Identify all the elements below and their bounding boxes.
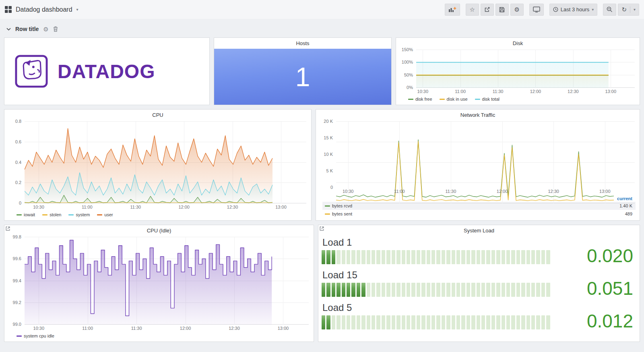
settings-button[interactable]: ⚙ — [510, 4, 524, 16]
panel-link-icon[interactable] — [5, 226, 10, 231]
row-collapse-button[interactable] — [6, 28, 11, 31]
legend-item[interactable]: stolen — [42, 212, 61, 217]
load-bar-segment — [477, 315, 480, 329]
y-tick-label: 99.4 — [13, 278, 21, 283]
legend-item[interactable]: disk total — [475, 97, 500, 101]
y-axis: 150%100%50%0% — [399, 50, 416, 87]
dashboard-title-group[interactable]: Datadog dashboard ▾ — [5, 6, 78, 13]
load-bar-segment — [411, 315, 415, 329]
legend-item[interactable]: disk free — [408, 97, 432, 101]
panel-cpu-idle: CPU (Idle) 99.899.699.499.299.0 10:3011:… — [4, 225, 314, 342]
load-bar-segment — [361, 315, 365, 329]
x-tick-label: 11:30 — [131, 326, 142, 331]
load-bar-segment — [477, 250, 480, 264]
load-bar-group: Load 15 — [322, 269, 550, 297]
load-bar-segment — [417, 283, 420, 297]
load-bar-segment — [526, 283, 530, 297]
apps-grid-icon[interactable] — [5, 6, 12, 13]
load-bar-segment — [496, 283, 500, 297]
panel-title[interactable]: Disk — [396, 38, 640, 49]
chart-area: 150%100%50%0% 10:3011:0011:3012:0012:301… — [396, 49, 640, 95]
row-title[interactable]: Row title — [15, 26, 39, 32]
load-label: Load 1 — [322, 237, 550, 248]
load-bar-segment — [431, 283, 435, 297]
legend-row[interactable]: bytes sent489 — [322, 210, 636, 218]
share-button[interactable] — [481, 4, 494, 16]
datadog-wordmark: DATADOG — [58, 60, 155, 83]
x-tick-label: 11:30 — [446, 189, 456, 194]
load-bar-segment — [386, 250, 390, 264]
legend-item[interactable]: system — [68, 212, 90, 217]
chart-plot[interactable] — [416, 50, 635, 87]
load-bar-segment — [546, 315, 550, 329]
add-panel-icon — [448, 6, 456, 12]
tv-icon — [533, 6, 540, 12]
load-bar-segment — [446, 283, 450, 297]
button-divider — [630, 6, 630, 13]
legend-item[interactable]: user — [97, 212, 113, 217]
hosts-stat-body[interactable]: 1 — [214, 49, 391, 105]
y-tick-label: 15 K — [324, 135, 333, 140]
zoom-out-button[interactable] — [603, 4, 616, 16]
x-tick-label: 12:00 — [180, 326, 191, 331]
load-bar-segment — [326, 283, 330, 297]
load-bar-segment — [407, 250, 410, 264]
legend-label: bytes sent — [332, 211, 352, 216]
row-settings-button[interactable]: ⚙ — [43, 26, 48, 32]
load-bar-segment — [396, 315, 400, 329]
dashboard-title-caret-icon[interactable]: ▾ — [76, 8, 78, 12]
panel-title[interactable]: System Load — [318, 225, 640, 236]
tv-mode-button[interactable] — [529, 4, 544, 16]
panel-link-icon[interactable] — [319, 226, 324, 231]
x-tick-label: 13:00 — [605, 89, 617, 94]
zoom-out-icon — [607, 6, 613, 12]
chart-plot[interactable] — [25, 237, 309, 324]
load-bar-segment — [367, 315, 370, 329]
legend-item[interactable]: iowait — [17, 212, 35, 217]
legend-item[interactable]: disk in use — [440, 97, 468, 101]
row-delete-button[interactable] — [53, 26, 58, 32]
refresh-button[interactable]: ↻ ▾ — [618, 4, 639, 16]
chart-plot[interactable] — [25, 121, 306, 203]
panel-title[interactable]: Network Traffic — [316, 110, 640, 120]
panel-cpu: CPU 0.80.60.40.20 10:3011:0011:3012:0012… — [4, 109, 312, 221]
y-axis: 20 K15 K10 K5 K0 — [319, 121, 336, 187]
load-bar-segment — [417, 250, 420, 264]
dashboard-title[interactable]: Datadog dashboard — [16, 6, 72, 13]
load-bar-segment — [491, 315, 495, 329]
load-bar-segment — [546, 283, 550, 297]
load-bar-segment — [351, 283, 355, 297]
panel-title[interactable]: CPU — [4, 110, 311, 120]
panel-title[interactable]: CPU (Idle) — [4, 225, 314, 236]
load-bar-segment — [386, 283, 390, 297]
time-range-button[interactable]: Last 3 hours ▾ — [549, 4, 598, 16]
panel-title[interactable]: Hosts — [214, 38, 391, 49]
load-bar-segment — [541, 283, 545, 297]
x-tick-label: 10:30 — [343, 189, 354, 194]
star-button[interactable]: ☆ — [466, 4, 479, 16]
refresh-caret-icon[interactable]: ▾ — [634, 8, 636, 12]
save-button[interactable] — [495, 4, 509, 16]
time-range-caret-icon: ▾ — [592, 8, 594, 12]
load-bar-segment — [442, 315, 445, 329]
legend-color-marker — [42, 214, 47, 215]
chart-plot[interactable] — [336, 121, 635, 187]
add-panel-button[interactable] — [445, 4, 460, 16]
star-icon: ☆ — [470, 6, 475, 12]
legend-value: 1.40 K — [619, 203, 632, 208]
x-tick-label: 12:00 — [497, 189, 508, 194]
load-bar-segment — [526, 250, 530, 264]
gear-icon: ⚙ — [514, 6, 520, 12]
x-axis: 10:3011:0011:3012:0012:3013:00 — [336, 187, 635, 195]
load-bar-segment — [511, 315, 515, 329]
load-bar-segment — [372, 315, 375, 329]
y-tick-label: 0.6 — [15, 139, 21, 144]
y-tick-label: 0 — [19, 201, 21, 205]
y-tick-label: 0.2 — [15, 180, 21, 185]
load-bar-segment — [336, 250, 340, 264]
load-bar-segment — [407, 315, 410, 329]
load-bar-segment — [396, 250, 400, 264]
legend-item[interactable]: system cpu idle — [17, 333, 54, 338]
load-bar-segment — [357, 315, 360, 329]
chart-area: 99.899.699.499.299.0 10:3011:0011:3012:0… — [4, 236, 314, 332]
